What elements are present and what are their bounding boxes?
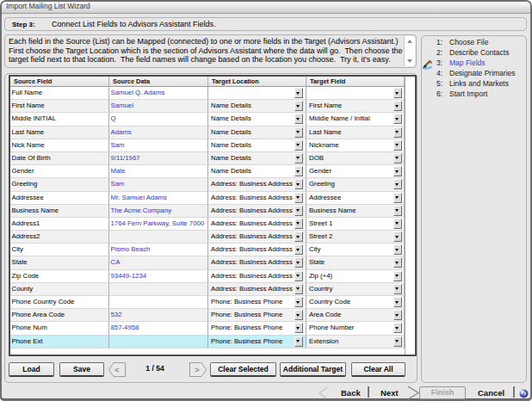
svg-text:<: <	[114, 366, 119, 374]
svg-text:>: >	[195, 366, 199, 374]
